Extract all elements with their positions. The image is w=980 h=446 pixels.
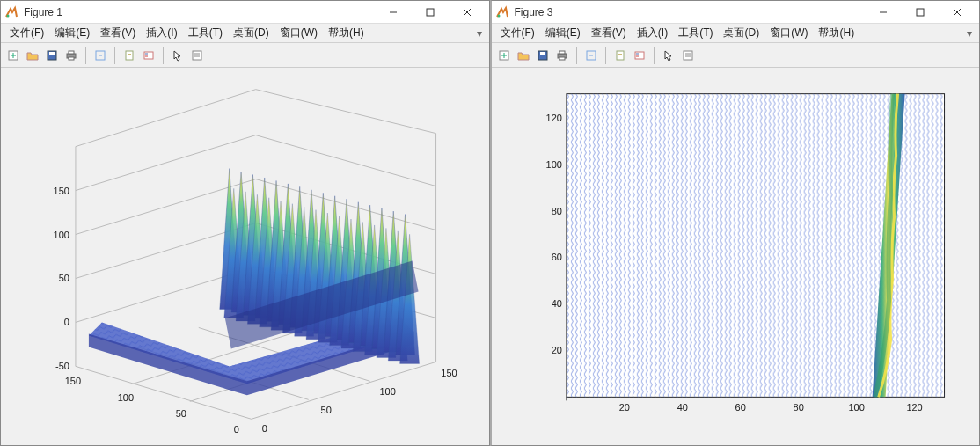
- titlebar[interactable]: Figure 1: [1, 1, 489, 24]
- z-tick: 50: [59, 273, 69, 283]
- window-title: Figure 3: [515, 6, 866, 18]
- menu-view[interactable]: 查看(V): [586, 24, 632, 42]
- svg-rect-16: [144, 52, 153, 59]
- x-tick: 150: [441, 368, 457, 378]
- legend-icon[interactable]: [631, 47, 648, 64]
- menubar: 文件(F) 编辑(E) 查看(V) 插入(I) 工具(T) 桌面(D) 窗口(W…: [492, 24, 980, 43]
- link-icon[interactable]: [582, 47, 600, 64]
- svg-rect-11: [69, 51, 74, 54]
- svg-rect-2: [427, 9, 434, 16]
- svg-point-0: [7, 14, 10, 17]
- axes-3d-surface[interactable]: -50 0 50 100 150 0 50 100 150 0 50 100 1…: [1, 68, 489, 445]
- toolbar-separator: [576, 47, 577, 64]
- toolbar-separator: [605, 47, 606, 64]
- z-tick: 0: [64, 317, 69, 327]
- menu-file[interactable]: 文件(F): [4, 24, 49, 42]
- open-icon[interactable]: [24, 47, 41, 64]
- menu-desktop[interactable]: 桌面(D): [718, 24, 764, 42]
- maximize-button[interactable]: [412, 1, 449, 24]
- menu-help[interactable]: 帮助(H): [813, 24, 859, 42]
- minimize-button[interactable]: [865, 1, 902, 24]
- toolbar-separator: [163, 47, 164, 64]
- x-tick: 100: [379, 386, 395, 397]
- menu-overflow-icon[interactable]: ▾: [473, 27, 486, 40]
- menu-insert[interactable]: 插入(I): [141, 24, 182, 42]
- insert-icon[interactable]: [679, 47, 697, 64]
- z-tick: -50: [55, 361, 69, 371]
- svg-rect-79: [917, 9, 924, 16]
- menu-edit[interactable]: 编辑(E): [49, 24, 95, 42]
- menu-help[interactable]: 帮助(H): [323, 24, 369, 42]
- menu-file[interactable]: 文件(F): [495, 24, 540, 42]
- y-tick: 0: [234, 424, 239, 435]
- print-icon[interactable]: [62, 47, 80, 64]
- y-tick: 50: [176, 408, 186, 419]
- z-tick: 150: [54, 186, 69, 196]
- close-button[interactable]: [449, 1, 486, 24]
- pointer-icon[interactable]: [660, 47, 677, 64]
- svg-rect-14: [126, 51, 133, 60]
- z-tick: 100: [54, 230, 69, 240]
- y-tick: 40: [551, 298, 561, 309]
- svg-rect-93: [635, 52, 644, 59]
- svg-rect-96: [684, 51, 692, 60]
- close-button[interactable]: [939, 1, 976, 24]
- x-tick: 20: [618, 402, 629, 413]
- menu-window[interactable]: 窗口(W): [274, 24, 323, 42]
- matlab-icon: [4, 5, 18, 19]
- menu-tools[interactable]: 工具(T): [673, 24, 718, 42]
- surface-peaks: [220, 169, 420, 364]
- svg-rect-92: [618, 54, 622, 55]
- svg-rect-9: [49, 52, 55, 55]
- link-icon[interactable]: [91, 47, 109, 64]
- datacursor-icon[interactable]: [121, 47, 138, 64]
- x-tick: 120: [906, 402, 922, 413]
- save-icon[interactable]: [534, 47, 552, 64]
- menu-insert[interactable]: 插入(I): [632, 24, 673, 42]
- minimize-button[interactable]: [375, 1, 412, 24]
- toolbar: [1, 43, 489, 68]
- menubar: 文件(F) 编辑(E) 查看(V) 插入(I) 工具(T) 桌面(D) 窗口(W…: [1, 24, 489, 43]
- print-icon[interactable]: [553, 47, 571, 64]
- x-tick: 40: [676, 402, 687, 413]
- svg-rect-86: [540, 52, 545, 55]
- menu-window[interactable]: 窗口(W): [764, 24, 813, 42]
- insert-icon[interactable]: [188, 47, 206, 64]
- svg-line-25: [256, 90, 436, 134]
- pointer-icon[interactable]: [169, 47, 186, 64]
- titlebar[interactable]: Figure 3: [492, 1, 980, 24]
- y-tick: 100: [545, 159, 561, 170]
- open-icon[interactable]: [515, 47, 532, 64]
- svg-rect-12: [69, 57, 74, 60]
- y-tick: 20: [551, 345, 561, 355]
- svg-line-36: [256, 135, 436, 186]
- legend-icon[interactable]: [140, 47, 157, 64]
- new-figure-icon[interactable]: [4, 47, 22, 64]
- menu-tools[interactable]: 工具(T): [183, 24, 228, 42]
- svg-rect-15: [128, 54, 131, 55]
- menu-view[interactable]: 查看(V): [95, 24, 141, 42]
- toolbar: [492, 43, 980, 68]
- new-figure-icon[interactable]: [495, 47, 513, 64]
- x-tick: 0: [262, 423, 267, 434]
- menu-edit[interactable]: 编辑(E): [540, 24, 586, 42]
- axes-heatmap[interactable]: 20 40 60 80 100 120 20 40 60 80 100 120: [492, 68, 980, 445]
- x-tick: 100: [848, 402, 864, 413]
- x-tick: 60: [735, 402, 745, 413]
- figure-window-1: Figure 1 文件(F) 编辑(E) 查看(V) 插入(I) 工具(T) 桌…: [0, 0, 490, 446]
- maximize-button[interactable]: [902, 1, 939, 24]
- x-tick: 50: [321, 405, 332, 415]
- datacursor-icon[interactable]: [611, 47, 629, 64]
- menu-desktop[interactable]: 桌面(D): [228, 24, 274, 42]
- svg-rect-19: [193, 51, 201, 60]
- menu-overflow-icon[interactable]: ▾: [963, 27, 976, 40]
- toolbar-separator: [654, 47, 655, 64]
- save-icon[interactable]: [43, 47, 61, 64]
- y-tick: 150: [65, 376, 81, 386]
- window-title: Figure 1: [24, 6, 375, 18]
- figure-window-3: Figure 3 文件(F) 编辑(E) 查看(V) 插入(I) 工具(T) 桌…: [490, 0, 981, 446]
- y-tick: 120: [545, 113, 561, 123]
- y-tick: 60: [551, 252, 561, 262]
- x-tick: 80: [793, 402, 803, 413]
- svg-line-24: [76, 90, 256, 147]
